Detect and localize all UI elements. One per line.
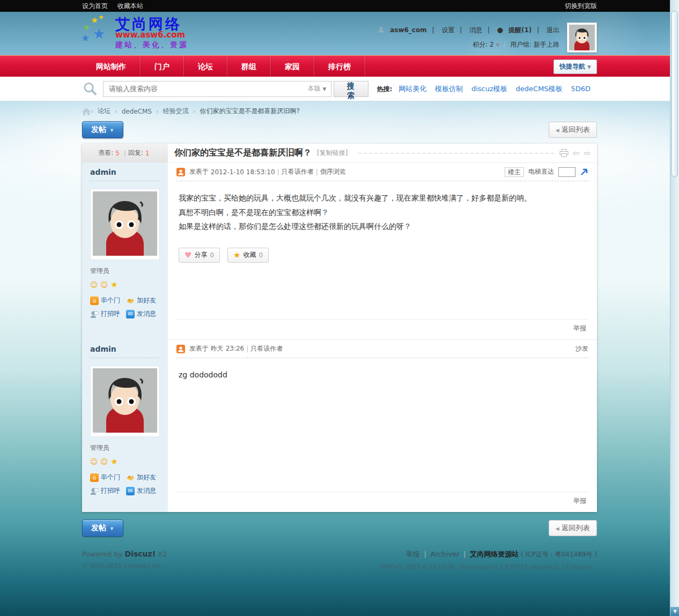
posted-label: 发表于 <box>189 167 209 176</box>
only-author-link[interactable]: 只看该作者 <box>250 344 283 353</box>
search-input[interactable] <box>104 85 304 93</box>
top-utility-bar: 设为首页 收藏本站 切换到宽版 <box>0 0 679 12</box>
breadcrumb: ›论坛 ›dedeCMS ›经验交流 ›你们家的宝宝是不是都喜新厌旧啊? <box>0 101 679 119</box>
reverse-order-link[interactable]: 倒序浏览 <box>320 167 346 176</box>
poster-icon <box>176 168 185 176</box>
quick-nav-button[interactable]: 快捷导航 ▼ <box>553 60 597 74</box>
new-post-button[interactable]: 发帖▼ <box>82 519 123 537</box>
jump-icon[interactable] <box>580 168 588 176</box>
handshake-icon <box>126 296 135 305</box>
envelope-icon: ✉ <box>126 310 135 318</box>
hot-link-template-copy[interactable]: 模板仿制 <box>435 85 463 93</box>
say-hi-link[interactable]: 打招呼 <box>90 309 124 318</box>
breadcrumb-forum[interactable]: 论坛 <box>98 107 110 116</box>
post-author-link[interactable]: admin <box>90 163 160 181</box>
say-hi-link[interactable]: 打招呼 <box>90 486 124 495</box>
new-post-button[interactable]: 发帖▼ <box>82 121 123 138</box>
settings-link[interactable]: 设置 <box>441 26 454 34</box>
search-bar: 本版 ▼ 搜索 热搜: 网站美化 模板仿制 discuz模板 dedeCMS模板… <box>0 77 679 101</box>
usergroup-badge: 管理员 <box>90 266 160 276</box>
only-author-link[interactable]: 只看该作者 <box>282 167 314 176</box>
server-stats: GMT+8, 2012-4-29 23:36 , Processed in 2.… <box>380 563 597 570</box>
hot-link-beautify[interactable]: 网站美化 <box>398 85 426 93</box>
nav-item-group[interactable]: 群组 <box>227 56 271 77</box>
nav-item-website[interactable]: 网站制作 <box>82 56 141 77</box>
scroll-down-button[interactable]: ▼ <box>670 607 679 616</box>
elevator-label: 电梯直达 <box>528 167 554 176</box>
report-link[interactable]: 举报 <box>573 324 586 332</box>
breadcrumb-dedecms[interactable]: dedeCMS <box>122 108 152 115</box>
archiver-link[interactable]: Archiver <box>431 550 460 558</box>
set-home-link[interactable]: 设为首页 <box>82 2 108 10</box>
add-friend-link[interactable]: 加好友 <box>126 473 160 482</box>
hot-link-5d6d[interactable]: 5D6D <box>571 85 591 93</box>
logo-url: www.asw6.com <box>115 31 188 39</box>
notice-link[interactable]: 提醒(1) <box>508 26 532 34</box>
copyright: © 2001-2011 Comsenz Inc. <box>82 562 167 569</box>
notice-bulb-icon: ● <box>497 26 503 34</box>
home-icon[interactable] <box>82 108 91 115</box>
user-avatar[interactable] <box>567 23 597 53</box>
avatar[interactable] <box>90 366 160 437</box>
discuz-link[interactable]: Discuz! <box>125 550 156 558</box>
post-author-link[interactable]: admin <box>90 340 160 358</box>
search-icon <box>82 81 98 97</box>
search-button[interactable]: 搜索 <box>334 81 368 97</box>
send-message-link[interactable]: ✉发消息 <box>126 486 160 495</box>
post-info-bar: 发表于 2012-1-10 18:53:10 | 只看该作者 | 倒序浏览 楼主… <box>176 163 588 181</box>
username-link[interactable]: asw6_com <box>390 26 427 34</box>
collect-button[interactable]: ★收藏0 <box>227 248 269 263</box>
site-logo[interactable]: ★ ★ ★ ★ ★ 艾尚网络 www.asw6.com 建站、美化、资源 <box>82 17 188 55</box>
hot-link-dedecms[interactable]: dedeCMS模板 <box>516 85 563 93</box>
discuz-version: X2 <box>158 550 167 558</box>
send-message-link[interactable]: ✉发消息 <box>126 309 160 318</box>
print-icon[interactable] <box>559 149 569 157</box>
messages-link[interactable]: 消息 <box>469 26 482 34</box>
post-item-1: admin 管理员 ☺ ☺ ★ ⌂串个门 加好友 打招呼 ✉发消息 <box>82 162 597 339</box>
logo-slogan: 建站、美化、资源 <box>115 39 188 50</box>
thread-title: 你们家的宝宝是不是都喜新厌旧啊？ <box>174 147 312 159</box>
avatar[interactable] <box>90 189 160 260</box>
hot-link-discuz[interactable]: discuz模板 <box>471 85 507 93</box>
posted-label: 发表于 <box>189 344 209 353</box>
logout-link[interactable]: 退出 <box>547 26 559 34</box>
sparkle-decoration: ✦ <box>633 177 637 182</box>
next-thread-icon[interactable]: ⇨ <box>584 149 591 158</box>
back-to-list-button[interactable]: ◀返回列表 <box>549 520 597 536</box>
search-scope-select[interactable]: 本版 ▼ <box>304 84 331 93</box>
sitename-link[interactable]: 艾尚网络资源站 <box>470 550 519 558</box>
nav-item-ranklist[interactable]: 排行榜 <box>314 56 365 77</box>
visit-space-link[interactable]: ⌂串个门 <box>90 473 124 482</box>
footer-report-link[interactable]: 举报 <box>406 550 420 558</box>
breadcrumb-exchange[interactable]: 经验交流 <box>163 107 189 116</box>
copy-link-button[interactable]: [复制链接] <box>317 149 348 158</box>
site-footer: Powered by Discuz! X2 © 2001-2011 Comsen… <box>0 542 679 570</box>
usergroup-label: 用户组: 新手上路 <box>510 41 559 48</box>
sparkle-decoration: ✦ <box>606 161 611 168</box>
switch-wide-link[interactable]: 切换到宽版 <box>565 2 597 10</box>
prev-thread-icon[interactable]: ⇦ <box>573 149 580 158</box>
elevator-input[interactable] <box>558 167 575 177</box>
chevron-down-icon: ▼ <box>109 128 114 133</box>
envelope-icon: ✉ <box>126 487 135 495</box>
nav-item-portal[interactable]: 门户 <box>141 56 184 77</box>
scrollbar-thumb[interactable] <box>671 11 678 177</box>
usergroup-badge: 管理员 <box>90 443 160 452</box>
nav-item-forum[interactable]: 论坛 <box>184 56 227 77</box>
scrollbar[interactable]: ▼ <box>670 0 679 616</box>
share-button[interactable]: ♥分享0 <box>179 248 220 263</box>
report-link[interactable]: 举报 <box>573 497 586 504</box>
back-to-list-button[interactable]: ◀返回列表 <box>549 122 597 138</box>
add-favorite-link[interactable]: 收藏本站 <box>117 2 143 10</box>
chevron-down-icon: ▼ <box>587 64 591 70</box>
credits-link[interactable]: 积分: 2 <box>473 41 494 48</box>
nav-item-home[interactable]: 家园 <box>271 56 314 77</box>
sparkle-decoration: ✦ <box>64 154 69 160</box>
post-time: 昨天 23:26 <box>211 344 244 353</box>
thread-actions-top: 发帖▼ ◀返回列表 <box>0 119 679 144</box>
logo-stars-icon: ★ ★ ★ ★ ★ <box>82 18 113 50</box>
post-content: zg dodododd <box>176 358 588 382</box>
thread-actions-bottom: 发帖▼ ◀返回列表 <box>0 517 679 542</box>
visit-space-link[interactable]: ⌂串个门 <box>90 296 124 305</box>
add-friend-link[interactable]: 加好友 <box>126 296 160 305</box>
